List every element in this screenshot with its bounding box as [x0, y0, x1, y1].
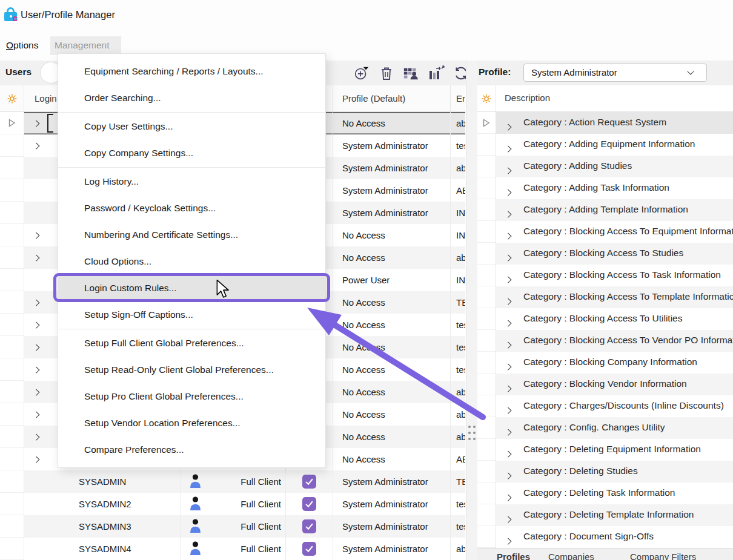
menu-options[interactable]: Options [6, 36, 38, 55]
expand-chevron-slot[interactable] [506, 447, 511, 458]
expand-chevron-icon[interactable] [505, 429, 511, 435]
expand-chevron-icon[interactable] [33, 299, 40, 306]
expand-chevron-icon[interactable] [505, 124, 511, 130]
users-header-profile-default[interactable]: Profile (Default) [333, 85, 451, 111]
table-row[interactable]: SYSADMINFull ClientSystem AdministratorT… [0, 470, 465, 493]
category-row[interactable]: Category : Adding Template Information [477, 199, 733, 221]
expand-chevron-icon[interactable] [505, 516, 511, 522]
tab-company-filters[interactable]: Company Filters [630, 552, 696, 560]
add-icon[interactable] [353, 65, 370, 82]
expand-chevron-slot[interactable] [506, 164, 511, 175]
category-row[interactable]: Category : Blocking Access To Equipment … [477, 221, 733, 243]
profile-default-cell[interactable]: No Access [333, 336, 451, 358]
expand-chevron-icon[interactable] [505, 407, 511, 413]
category-row[interactable]: Category : Deleting Template Information [477, 504, 733, 526]
email-cell[interactable]: ab [451, 426, 465, 448]
profile-default-cell[interactable]: System Administrator [333, 157, 451, 179]
expand-chevron-icon[interactable] [505, 363, 511, 370]
table-row[interactable]: SYSADMIN4Full ClientSystem Administrator… [0, 538, 465, 560]
expand-chevron-slot[interactable] [506, 186, 511, 197]
profile-default-cell[interactable]: System Administrator [333, 493, 451, 515]
enabled-cell[interactable] [286, 538, 333, 560]
expand-chevron-icon[interactable] [505, 385, 511, 392]
expand-chevron-slot[interactable] [506, 120, 511, 131]
expand-chevron-slot[interactable] [506, 404, 511, 415]
profile-default-cell[interactable]: Power User [333, 269, 451, 291]
menu-item-copy-user-settings[interactable]: Copy User Settings... [58, 113, 325, 140]
expand-chevron-icon[interactable] [33, 366, 40, 373]
menu-item-compare-preferences[interactable]: Compare Preferences... [58, 436, 325, 463]
expand-chevron-icon[interactable] [33, 232, 40, 239]
email-cell[interactable]: tes [451, 134, 465, 157]
menu-item-setup-sign-off-captions[interactable]: Setup Sign-Off Captions... [58, 301, 325, 328]
email-cell[interactable]: tes [451, 336, 465, 358]
menu-item-copy-company-settings[interactable]: Copy Company Settings... [58, 140, 325, 166]
menu-management[interactable]: Management [55, 36, 109, 55]
table-row[interactable]: SYSADMIN2Full ClientSystem Administrator… [0, 493, 465, 515]
expand-chevron-icon[interactable] [33, 433, 40, 440]
profile-default-cell[interactable]: No Access [333, 314, 451, 336]
menu-item-password-keycloak-settings[interactable]: Password / Keycloak Settings... [58, 195, 325, 222]
login-cell[interactable]: SYSADMIN4 [24, 538, 181, 560]
category-row[interactable]: Category : Blocking Company Information [477, 352, 733, 374]
client-type-cell[interactable]: Full Client [181, 538, 286, 560]
email-cell[interactable]: TES [451, 470, 465, 493]
profile-default-cell[interactable]: System Administrator [333, 179, 451, 202]
category-row[interactable]: Category : Config. Changes Utility [477, 417, 733, 439]
email-cell[interactable]: INI [451, 202, 465, 224]
expand-chevron-icon[interactable] [33, 456, 40, 463]
enabled-cell[interactable] [286, 515, 333, 538]
expand-chevron-slot[interactable] [506, 535, 511, 545]
email-cell[interactable]: INI [451, 224, 465, 246]
email-cell[interactable]: tes [451, 358, 465, 381]
category-row[interactable]: Category : Blocking Access To Utilities [477, 308, 733, 330]
expand-chevron-slot[interactable] [506, 491, 511, 502]
expand-chevron-icon[interactable] [505, 494, 511, 501]
profile-default-cell[interactable]: System Administrator [333, 470, 451, 493]
login-cell[interactable]: SYSADMIN2 [24, 493, 181, 515]
profile-default-cell[interactable]: No Access [333, 426, 451, 448]
expand-chevron-slot[interactable] [506, 426, 511, 436]
category-row[interactable]: Category : Deleting Equipment Informatio… [477, 439, 733, 461]
category-row[interactable]: Category : Adding Studies [477, 156, 733, 177]
profile-default-cell[interactable]: System Administrator [333, 134, 451, 157]
category-row[interactable]: Category : Blocking Access To Studies [477, 243, 733, 265]
expand-chevron-slot[interactable] [506, 317, 511, 328]
column-chooser-icon[interactable] [428, 65, 445, 82]
category-row[interactable]: Category : Blocking Access To Task Infor… [477, 265, 733, 286]
profile-default-cell[interactable]: No Access [333, 246, 451, 269]
category-row[interactable]: Category : Deleting Studies [477, 461, 733, 483]
tab-profiles[interactable]: Profiles [497, 552, 530, 560]
email-cell[interactable]: AB [451, 448, 465, 470]
menu-item-setup-read-only-client-global-preferences[interactable]: Setup Read-Only Client Global Preference… [58, 357, 325, 383]
enabled-cell[interactable] [286, 470, 333, 493]
expand-chevron-icon[interactable] [505, 189, 511, 196]
expand-chevron-icon[interactable] [505, 232, 511, 239]
expand-chevron-icon[interactable] [33, 254, 40, 261]
profile-default-cell[interactable]: No Access [333, 403, 451, 426]
category-row[interactable]: Category : Charges/Discounts (Inline Dis… [477, 395, 733, 417]
expand-chevron-icon[interactable] [505, 450, 511, 457]
profile-default-cell[interactable]: No Access [333, 224, 451, 246]
expand-chevron-slot[interactable] [506, 251, 511, 262]
menu-item-setup-full-client-global-preferences[interactable]: Setup Full Client Global Preferences... [58, 330, 325, 357]
profile-default-cell[interactable]: No Access [333, 291, 451, 314]
menu-item-order-searching[interactable]: Order Searching... [58, 85, 325, 111]
menu-item-setup-pro-client-global-preferences[interactable]: Setup Pro Client Global Preferences... [58, 383, 325, 410]
profile-dropdown[interactable]: System Administrator [523, 64, 707, 82]
expand-chevron-slot[interactable] [506, 382, 511, 393]
menu-item-login-custom-rules[interactable]: Login Custom Rules... [58, 275, 325, 301]
expand-chevron-slot[interactable] [506, 229, 511, 240]
expand-chevron-icon[interactable] [33, 120, 40, 127]
client-type-cell[interactable]: Full Client [181, 470, 286, 493]
category-row[interactable]: Category : Adding Task Information [477, 177, 733, 199]
menu-item-setup-vendor-location-preferences[interactable]: Setup Vendor Location Preferences... [58, 410, 325, 436]
expand-chevron-slot[interactable] [506, 360, 511, 371]
client-type-cell[interactable]: Full Client [181, 515, 286, 538]
profile-default-cell[interactable]: System Administrator [333, 515, 451, 538]
category-row[interactable]: Category : Adding Equipment Information [477, 134, 733, 156]
enabled-cell[interactable] [286, 493, 333, 515]
expand-chevron-slot[interactable] [506, 295, 511, 306]
delete-icon[interactable] [378, 65, 395, 82]
expand-chevron-icon[interactable] [505, 276, 511, 283]
